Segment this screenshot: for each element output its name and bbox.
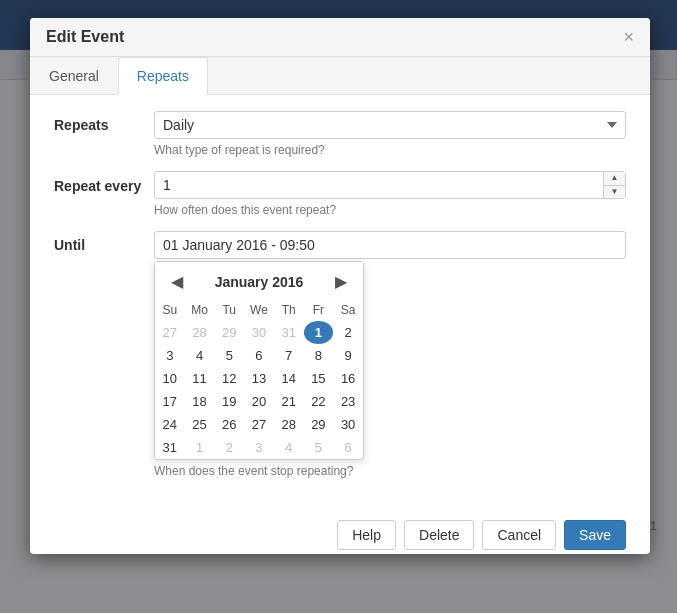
cal-day-cell[interactable]: 27 [155,321,185,344]
tab-repeats[interactable]: Repeats [118,57,208,95]
cal-day-cell[interactable]: 11 [185,367,215,390]
cal-day-cell[interactable]: 19 [214,390,244,413]
until-input[interactable] [154,231,626,259]
cal-day-cell[interactable]: 7 [274,344,304,367]
spinner-down[interactable]: ▼ [604,186,625,199]
cal-day-cell[interactable]: 31 [274,321,304,344]
repeats-control: Daily Weekly Monthly Yearly What type of… [154,111,626,157]
cal-header-fr: Fr [304,301,334,321]
cal-day-cell[interactable]: 25 [185,413,215,436]
cal-day-cell[interactable]: 10 [155,367,185,390]
cal-header-su: Su [155,301,185,321]
repeats-row: Repeats Daily Weekly Monthly Yearly What… [54,111,626,157]
cal-day-cell[interactable]: 15 [304,367,334,390]
calendar-popup: ◀ January 2016 ▶ Su Mo Tu We [154,261,364,460]
form-section: Repeats Daily Weekly Monthly Yearly What… [30,95,650,478]
cal-day-cell[interactable]: 14 [274,367,304,390]
cal-day-cell[interactable]: 28 [274,413,304,436]
until-control: ◀ January 2016 ▶ Su Mo Tu We [154,231,626,478]
cal-header-sa: Sa [333,301,363,321]
cal-header-th: Th [274,301,304,321]
cal-day-cell[interactable]: 21 [274,390,304,413]
cal-day-cell[interactable]: 3 [244,436,274,459]
help-button[interactable]: Help [337,520,396,550]
cal-day-cell[interactable]: 1 [304,321,334,344]
cancel-button[interactable]: Cancel [482,520,556,550]
modal-footer: Help Delete Cancel Save [30,508,650,554]
until-row: Until ◀ January 2016 ▶ Su [54,231,626,478]
repeats-label: Repeats [54,111,154,133]
repeats-hint: What type of repeat is required? [154,143,626,157]
cal-day-cell[interactable]: 16 [333,367,363,390]
cal-day-cell[interactable]: 9 [333,344,363,367]
tab-bar: General Repeats [30,57,650,95]
repeat-every-hint: How often does this event repeat? [154,203,626,217]
cal-day-cell[interactable]: 4 [185,344,215,367]
calendar-nav: ◀ January 2016 ▶ [155,262,363,301]
cal-day-cell[interactable]: 6 [244,344,274,367]
until-hint: When does the event stop repeating? [154,464,626,478]
repeat-every-input[interactable] [154,171,626,199]
cal-day-cell[interactable]: 5 [304,436,334,459]
cal-day-cell[interactable]: 28 [185,321,215,344]
cal-day-cell[interactable]: 1 [185,436,215,459]
calendar-grid: Su Mo Tu We Th Fr Sa 2728293031 [155,301,363,459]
repeat-every-label: Repeat every [54,171,154,197]
cal-day-cell[interactable]: 24 [155,413,185,436]
repeat-every-row: Repeat every ▲ ▼ How often does this eve… [54,171,626,217]
prev-month-button[interactable]: ◀ [165,270,189,293]
cal-day-cell[interactable]: 5 [214,344,244,367]
modal-title: Edit Event [46,28,124,46]
modal-body: General Repeats Repeats Daily Weekly Mon… [30,57,650,508]
cal-day-cell[interactable]: 8 [304,344,334,367]
cal-day-cell[interactable]: 12 [214,367,244,390]
cal-day-cell[interactable]: 20 [244,390,274,413]
calendar-month-label: January 2016 [215,274,304,290]
close-button[interactable]: × [623,28,634,46]
cal-day-cell[interactable]: 6 [333,436,363,459]
cal-day-cell[interactable]: 27 [244,413,274,436]
cal-day-cell[interactable]: 30 [333,413,363,436]
cal-day-cell[interactable]: 2 [214,436,244,459]
cal-day-cell[interactable]: 31 [155,436,185,459]
next-month-button[interactable]: ▶ [329,270,353,293]
spinner-up[interactable]: ▲ [604,172,625,186]
cal-day-cell[interactable]: 17 [155,390,185,413]
cal-day-cell[interactable]: 29 [214,321,244,344]
cal-day-cell[interactable]: 23 [333,390,363,413]
delete-button[interactable]: Delete [404,520,474,550]
cal-day-cell[interactable]: 2 [333,321,363,344]
repeats-select[interactable]: Daily Weekly Monthly Yearly [154,111,626,139]
cal-day-cell[interactable]: 30 [244,321,274,344]
cal-day-cell[interactable]: 18 [185,390,215,413]
cal-day-cell[interactable]: 4 [274,436,304,459]
cal-day-cell[interactable]: 29 [304,413,334,436]
cal-day-cell[interactable]: 26 [214,413,244,436]
number-spinners: ▲ ▼ [603,172,625,198]
number-input-wrap: ▲ ▼ [154,171,626,199]
tab-general[interactable]: General [30,57,118,95]
cal-day-cell[interactable]: 13 [244,367,274,390]
cal-day-cell[interactable]: 22 [304,390,334,413]
save-button[interactable]: Save [564,520,626,550]
cal-day-cell[interactable]: 3 [155,344,185,367]
until-label: Until [54,231,154,253]
cal-header-tu: Tu [214,301,244,321]
modal-header: Edit Event × [30,18,650,57]
edit-event-modal: Edit Event × General Repeats Repeats Dai… [30,18,650,554]
repeat-every-control: ▲ ▼ How often does this event repeat? [154,171,626,217]
cal-header-we: We [244,301,274,321]
cal-header-mo: Mo [185,301,215,321]
